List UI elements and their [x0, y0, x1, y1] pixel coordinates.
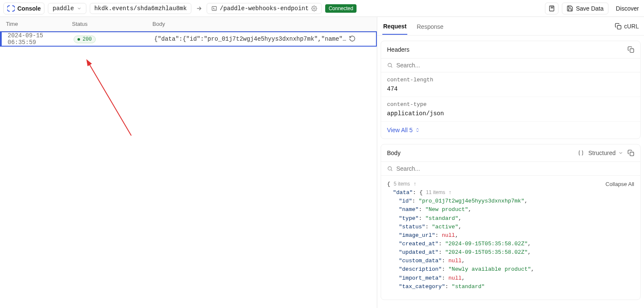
retry-icon[interactable] [349, 35, 356, 42]
json-entry: "status": "active", [387, 223, 634, 231]
svg-line-9 [391, 67, 392, 68]
json-entry: "created_at": "2024-09-15T05:35:58.02Z", [387, 240, 634, 248]
json-entry: "custom_data": null, [387, 257, 634, 265]
bookmark-icon [548, 5, 555, 12]
json-viewer: Collapse All { 5 items ↑ "data": { 11 it… [381, 176, 640, 300]
arrow-right-icon [195, 5, 203, 12]
headers-search-input[interactable] [396, 62, 634, 69]
json-entry: "image_url": null, [387, 231, 634, 240]
col-header-status: Status [68, 21, 148, 27]
bookmark-button[interactable] [545, 3, 558, 14]
terminal-icon [211, 6, 217, 11]
svg-line-12 [391, 170, 392, 171]
structured-dropdown[interactable]: Structured [588, 150, 623, 156]
header-item: content-length 474 [381, 72, 640, 97]
save-icon [567, 5, 573, 12]
body-title: Body [387, 150, 401, 156]
json-entry: "id": "pro_01j7t2wgj4e5hyys3dxnxhp7mk", [387, 197, 634, 205]
source-dropdown[interactable]: paddle [48, 3, 86, 14]
body-section: Body Structured Collapse All { 5 items ↑… [381, 144, 641, 300]
search-icon [387, 166, 393, 172]
json-entry: "type": "standard", [387, 214, 634, 223]
table-header: Time Status Body [0, 17, 377, 31]
json-entry: "description": "Newly available product"… [387, 265, 634, 274]
discover-link[interactable]: Discover [612, 3, 641, 14]
search-icon [387, 62, 393, 68]
save-data-button[interactable]: Save Data [562, 3, 608, 14]
gear-icon[interactable] [311, 6, 317, 11]
copy-icon[interactable] [627, 46, 634, 53]
json-entry: "name": "New product", [387, 205, 634, 214]
svg-rect-10 [630, 152, 634, 156]
svg-point-8 [388, 63, 391, 67]
svg-line-5 [89, 64, 131, 136]
console-logo[interactable]: Console [3, 3, 44, 14]
braces-icon [578, 150, 584, 156]
table-row[interactable]: 2024-09-15 06:35:59 200 {"data":{"id":"p… [0, 31, 377, 47]
copy-icon [615, 23, 622, 30]
headers-section: Headers content-length 474 content-type … [381, 41, 641, 139]
svg-point-3 [313, 8, 315, 9]
chevron-down-icon [618, 150, 623, 155]
topbar: Console paddle hkdk.events/shda6mzhlau8m… [0, 0, 644, 17]
headers-title: Headers [387, 46, 409, 53]
endpoint-chip[interactable]: /paddle-webhooks-endpoint [207, 3, 322, 14]
svg-point-11 [388, 166, 391, 170]
body-search-input[interactable] [396, 165, 634, 172]
svg-rect-6 [617, 25, 621, 29]
collapse-all-button[interactable]: Collapse All [605, 180, 634, 189]
header-item: content-type application/json [381, 97, 640, 122]
svg-rect-7 [630, 49, 634, 53]
hookdeck-logo-icon [7, 5, 15, 12]
tab-response[interactable]: Response [416, 18, 444, 34]
json-entry: "tax_category": "standard" [387, 283, 634, 291]
annotation-arrow [85, 59, 140, 144]
col-header-time: Time [0, 21, 68, 27]
row-time: 2024-09-15 06:35:59 [2, 32, 69, 46]
row-body-preview: {"data":{"id":"pro_01j7t2wgj4e5hyys3dxnx… [150, 36, 349, 42]
col-header-body: Body [148, 21, 358, 27]
domain-chip[interactable]: hkdk.events/shda6mzhlau8mk [90, 3, 191, 14]
tab-request[interactable]: Request [382, 18, 407, 35]
connected-badge: Connected [325, 4, 357, 13]
status-dot-icon [77, 38, 80, 41]
copy-icon[interactable] [627, 150, 634, 156]
detail-tabs: Request Response cURL [377, 17, 644, 36]
curl-button[interactable]: cURL [615, 23, 639, 30]
json-entry: "updated_at": "2024-09-15T05:35:58.02Z", [387, 248, 634, 257]
view-all-headers[interactable]: View All 5 [381, 122, 640, 139]
status-badge: 200 [74, 36, 96, 43]
json-entry: "import_meta": null, [387, 274, 634, 283]
svg-rect-4 [550, 6, 554, 11]
chevron-down-icon [77, 6, 82, 11]
console-label: Console [17, 5, 41, 12]
expand-icon [415, 128, 420, 133]
